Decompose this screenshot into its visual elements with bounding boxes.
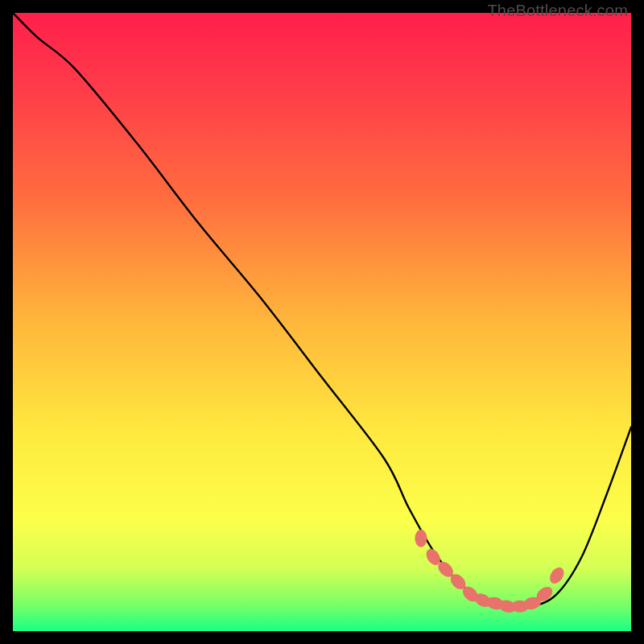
trough-markers bbox=[415, 530, 567, 614]
curve-layer bbox=[13, 13, 631, 631]
bottleneck-curve bbox=[13, 13, 631, 608]
trough-marker bbox=[547, 565, 567, 587]
chart-frame: TheBottleneck.com bbox=[0, 0, 644, 644]
watermark-text: TheBottleneck.com bbox=[487, 2, 628, 20]
trough-marker bbox=[415, 530, 427, 547]
plot-area bbox=[13, 13, 631, 631]
